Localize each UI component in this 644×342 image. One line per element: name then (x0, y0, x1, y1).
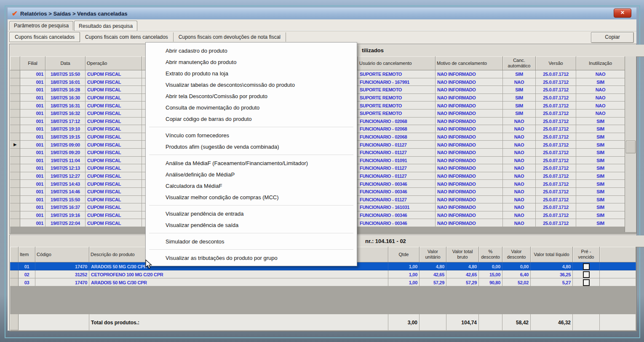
cell-inutilizacao: SIM (576, 211, 625, 219)
header-filial[interactable]: Filial (20, 56, 45, 70)
total-valor-total-liquido: 46,32 (531, 314, 573, 331)
tab-parametros-de-pesquisa[interactable]: Parâmetros de pesquisa (9, 21, 73, 30)
cell-filial: 001 (20, 157, 45, 165)
context-menu-item[interactable]: Vínculo com fornecedores (146, 130, 357, 141)
close-button[interactable]: ✕ (614, 8, 631, 18)
context-menu-item[interactable]: Análise/definição de MédiaP (146, 169, 357, 180)
total-valor-total-bruto: 104,74 (446, 314, 479, 331)
header-data[interactable]: Data (45, 56, 86, 70)
context-menu-item[interactable]: Simulador de descontos (146, 236, 357, 247)
context-menu-item[interactable]: Calculadora da MédiaF (146, 180, 357, 192)
header-inutilizacao[interactable]: Inutilização (576, 56, 625, 70)
pre-vencido-checkbox[interactable] (583, 271, 590, 278)
cell-versao: 25.0.07.1712 (536, 219, 576, 227)
subtab-cupons-fiscais-cancelados[interactable]: Cupons fiscais cancelados (9, 32, 80, 42)
cell-operacao: CUPOM FISCAL (86, 110, 142, 118)
pre-vencido-checkbox[interactable] (583, 263, 590, 270)
cell-operacao: CUPOM FISCAL (86, 141, 142, 149)
context-menu-item[interactable]: Extrato do produto na loja (146, 68, 357, 79)
cell-inutilizacao: SIM (576, 78, 625, 86)
context-menu-item[interactable]: Abrir manutenção do produto (146, 56, 357, 68)
table-row[interactable]: 02 31252 CETOPROFENO 100 MG C/20 CPR 1,0… (10, 270, 636, 278)
cell-codigo: 31252 (35, 270, 89, 278)
cell-usuario: FUNCIONARIO - 01127 (358, 149, 436, 157)
row-indicator (10, 78, 20, 86)
cell-inutilizacao: NAO (576, 110, 625, 118)
cell-usuario: FUNCIONARIO - 02068 (358, 118, 436, 126)
context-menu-item[interactable]: Copiar código de barras do produto (146, 113, 357, 125)
header-valor-desconto[interactable]: Valor desconto (502, 247, 531, 262)
cell-motivo: NAO INFORMADO (436, 86, 503, 94)
context-menu-item[interactable]: Abrir tela Desconto/Comissão por produto (146, 91, 357, 102)
context-menu-item[interactable]: Visualizar pendência de saída (146, 219, 357, 231)
cell-versao: 25.0.07.1712 (536, 164, 576, 172)
titlebar[interactable]: ✔ Relatórios > Saídas > Vendas cancelada… (8, 8, 636, 20)
cell-motivo: NAO INFORMADO (436, 211, 503, 219)
pre-vencido-checkbox[interactable] (583, 279, 590, 286)
cell-data: 18/07/25 16:31 (45, 102, 86, 110)
cell-filial: 001 (20, 172, 45, 180)
row-indicator (10, 172, 20, 180)
cell-canc: NAO (503, 78, 536, 86)
header-valor-total-bruto[interactable]: Valor total bruto (446, 247, 479, 262)
cell-versao: 25.0.07.1712 (536, 118, 576, 126)
header-codigo[interactable]: Código (35, 247, 89, 262)
cell-versao: 25.0.07.1712 (536, 110, 576, 118)
row-indicator (10, 86, 20, 94)
scrollbar-thumb[interactable] (626, 141, 636, 153)
copy-button[interactable]: Copiar (591, 32, 634, 43)
header-versao[interactable]: Versão (536, 56, 576, 70)
cell-pct-desconto: 0,00 (479, 262, 502, 270)
cell-filial: 001 (20, 211, 45, 219)
cell-operacao: CUPOM FISCAL (86, 94, 142, 102)
table-row[interactable]: 03 17470 ARADOIS 50 MG C/30 CPR 1,00 57,… (10, 278, 636, 286)
cell-usuario: SUPORTE REMOTO (358, 94, 436, 102)
header-valor-unitario[interactable]: Valor unitário (420, 247, 446, 262)
context-menu-item[interactable]: Análise da MédiaF (Faceamento/Financiame… (146, 158, 357, 169)
menu-separator (149, 155, 353, 155)
cell-versao: 25.0.07.1712 (536, 149, 576, 157)
cell-canc: NAO (503, 133, 536, 141)
header-motivo-cancelamento[interactable]: Motivo de cancelamento (436, 56, 503, 70)
header-valor-total-liquido[interactable]: Valor total líquido (531, 247, 573, 262)
cell-versao: 25.0.07.1712 (536, 157, 576, 165)
context-menu-item[interactable]: Produtos afim (sugestão de venda combina… (146, 141, 357, 152)
header-pct-desconto[interactable]: % desconto (479, 247, 502, 262)
cell-filial: 001 (20, 219, 45, 227)
cell-motivo: NAO INFORMADO (436, 149, 503, 157)
context-menu-item[interactable]: Consulta de movimentação do produto (146, 102, 357, 113)
main-tabs: Parâmetros de pesquisa Resultado das pes… (9, 20, 138, 30)
cell-versao: 25.0.07.1712 (536, 94, 576, 102)
context-menu-item[interactable]: Abrir cadastro do produto (146, 45, 357, 56)
cell-motivo: NAO INFORMADO (436, 196, 503, 204)
header-filler (600, 247, 636, 262)
subtab-cupons-itens-cancelados[interactable]: Cupons fiscais com itens cancelados (80, 32, 174, 42)
cell-codigo: 17470 (35, 262, 89, 270)
header-usuario-cancelamento[interactable]: Usuário do cancelamento (358, 56, 436, 70)
header-operacao[interactable]: Operação (86, 56, 142, 70)
cell-motivo: NAO INFORMADO (436, 157, 503, 165)
context-menu-item[interactable]: Visualizar melhor condição de compras (M… (146, 192, 357, 203)
cell-usuario: SUPORTE REMOTO (358, 110, 436, 118)
cell-operacao: CUPOM FISCAL (86, 219, 142, 227)
context-menu-item[interactable]: Visualizar tabelas de descontos\comissão… (146, 79, 357, 91)
cell-versao: 25.0.07.1712 (536, 180, 576, 188)
cell-valor-desconto: 6,40 (502, 270, 531, 278)
menu-separator (149, 205, 353, 206)
header-canc-automatico[interactable]: Canc. automático (503, 56, 536, 70)
header-indicator (10, 247, 19, 262)
vertical-scrollbar[interactable] (625, 56, 636, 232)
subtab-cupons-devolucoes-nota-fiscal[interactable]: Cupons fiscais com devoluções de nota fi… (174, 32, 286, 42)
context-menu-item[interactable]: Visualizar pendência de entrada (146, 208, 357, 219)
header-item[interactable]: Item (19, 247, 35, 262)
total-pct-desconto (479, 314, 502, 331)
cell-qtde: 1,00 (388, 278, 420, 286)
total-indicator (10, 314, 19, 330)
cell-inutilizacao: SIM (576, 118, 625, 126)
header-qtde[interactable]: Qtde (388, 247, 420, 262)
tab-resultado-das-pesquisa[interactable]: Resultado das pesquisa (74, 21, 137, 31)
cell-canc: NAO (503, 149, 536, 157)
cell-usuario: FUNCIONARIO - 01127 (358, 164, 436, 172)
header-pre-vencido[interactable]: Pré - vencido (573, 247, 600, 262)
context-menu-item[interactable]: Visualizar as tributações do produto por… (146, 252, 357, 264)
